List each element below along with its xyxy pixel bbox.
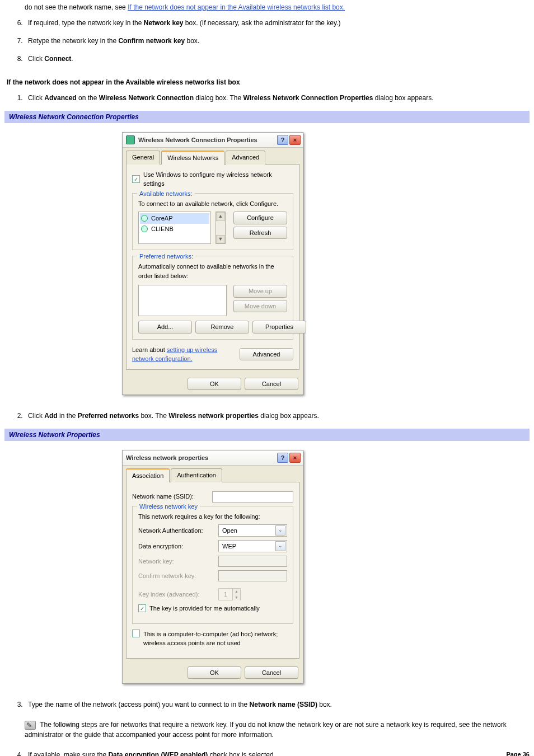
auth-combo[interactable]: Open ⌄ <box>218 524 287 537</box>
list-item[interactable]: CLIENB <box>140 224 209 234</box>
key-legend: Wireless network key <box>137 502 200 511</box>
available-text: To connect to an available network, clic… <box>138 199 287 209</box>
step-7: Retype the network key in the Confirm ne… <box>25 36 530 46</box>
ssid-label: Network name (SSID): <box>132 492 208 501</box>
auth-label: Network Authentication: <box>138 526 214 536</box>
note-text: The following steps are for networks tha… <box>25 721 507 739</box>
steps-list-b: Click Advanced on the Wireless Network C… <box>4 93 530 103</box>
spinner-down-icon: ▼ <box>232 595 240 601</box>
wireless-icon <box>141 226 148 232</box>
steps-list-c: Click Add in the Preferred networks box.… <box>4 411 530 421</box>
wireless-icon <box>141 215 148 222</box>
enc-combo[interactable]: WEP ⌄ <box>218 540 287 552</box>
ok-button[interactable]: OK <box>188 378 241 391</box>
network-key-input <box>218 556 287 567</box>
step-e4: If available, make sure the Data encrypt… <box>25 750 530 756</box>
tabstrip: Association Authentication <box>123 466 303 482</box>
preferred-listbox[interactable] <box>138 285 227 316</box>
step-c2: Click Add in the Preferred networks box.… <box>25 411 530 421</box>
available-legend: Available networks: <box>137 189 195 199</box>
caption-bar-2: Wireless Network Properties <box>4 429 530 441</box>
tab-authentication[interactable]: Authentication <box>171 468 222 482</box>
tab-general[interactable]: General <box>126 151 160 165</box>
cancel-button[interactable]: Cancel <box>245 378 298 391</box>
tab-wireless-networks[interactable]: Wireless Networks <box>161 151 224 165</box>
configure-button[interactable]: Configure <box>233 212 287 224</box>
ssid-input[interactable] <box>212 491 293 503</box>
available-listbox[interactable]: CoreAP CLIENB <box>138 212 211 244</box>
enc-label: Data encryption: <box>138 542 214 551</box>
preferred-networks-group: Preferred networks: Automatically connec… <box>132 256 293 340</box>
list-item[interactable]: CoreAP <box>140 213 209 224</box>
titlebar: Wireless Network Connection Properties ?… <box>123 133 303 148</box>
ok-button[interactable]: OK <box>188 666 241 679</box>
step-8: Click Connect. <box>25 54 530 64</box>
preferred-legend: Preferred networks: <box>137 252 195 261</box>
caption-bar-1: Wireless Network Connection Properties <box>4 111 530 123</box>
key-index-label: Key index (advanced): <box>138 590 214 599</box>
add-button[interactable]: Add... <box>138 321 192 334</box>
scroll-up-icon[interactable]: ▲ <box>216 212 225 221</box>
tab-association[interactable]: Association <box>126 468 170 482</box>
help-button[interactable]: ? <box>277 453 288 463</box>
refresh-button[interactable]: Refresh <box>233 227 287 240</box>
app-icon <box>126 135 135 144</box>
page-number: Page 36 <box>506 750 530 756</box>
preferred-text: Automatically connect to available netwo… <box>138 262 287 280</box>
tab-advanced[interactable]: Advanced <box>226 151 265 165</box>
move-down-button[interactable]: Move down <box>233 300 287 313</box>
intro-fragment: do not see the network name, see If the … <box>25 2 530 12</box>
help-button[interactable]: ? <box>277 135 288 145</box>
scrollbar[interactable]: ▲ ▼ <box>216 212 226 244</box>
note-block: The following steps are for networks tha… <box>25 720 509 740</box>
checkbox-label: Use Windows to configure my wireless net… <box>143 170 293 189</box>
available-networks-group: Available networks: To connect to an ava… <box>132 193 293 251</box>
key-text: This network requires a key for the foll… <box>138 512 287 522</box>
checkbox-label: The key is provided for me automatically <box>149 604 260 613</box>
advanced-button[interactable]: Advanced <box>240 348 293 361</box>
scroll-down-icon[interactable]: ▼ <box>216 235 225 244</box>
spinner-value: 1 <box>219 589 232 600</box>
cancel-button[interactable]: Cancel <box>245 666 298 679</box>
properties-button[interactable]: Properties <box>252 321 306 334</box>
network-key-label: Network key: <box>138 557 214 566</box>
use-windows-checkbox[interactable]: ✓ Use Windows to configure my wireless n… <box>132 170 293 189</box>
checkbox-icon: ✓ <box>132 175 140 183</box>
title-text: Wireless network properties <box>126 453 208 463</box>
step-6: If required, type the network key in the… <box>25 18 530 28</box>
confirm-key-label: Confirm network key: <box>138 571 214 581</box>
chevron-down-icon[interactable]: ⌄ <box>275 525 285 536</box>
checkbox-label: This is a computer-to-computer (ad hoc) … <box>143 630 289 648</box>
steps-list-a: If required, type the network key in the… <box>4 18 530 64</box>
step-d3: Type the name of the network (access poi… <box>25 699 530 710</box>
close-button[interactable]: × <box>289 135 301 145</box>
adhoc-checkbox[interactable]: ✓ This is a computer-to-computer (ad hoc… <box>132 630 293 648</box>
dialog-connection-properties: Wireless Network Connection Properties ?… <box>122 132 303 395</box>
combo-value: Open <box>222 526 237 536</box>
section-heading: If the network does not appear in the Av… <box>7 77 530 87</box>
combo-value: WEP <box>222 542 236 551</box>
dialog-network-properties: Wireless network properties ? × Associat… <box>122 450 303 684</box>
steps-list-e: If available, make sure the Data encrypt… <box>4 750 530 756</box>
steps-list-d: Type the name of the network (access poi… <box>4 699 530 710</box>
remove-button[interactable]: Remove <box>195 321 249 334</box>
tab-body: ✓ Use Windows to configure my wireless n… <box>126 164 299 370</box>
learn-about: Learn about setting up wireless network … <box>132 345 233 364</box>
chevron-down-icon[interactable]: ⌄ <box>275 541 285 551</box>
tab-body: Network name (SSID): Wireless network ke… <box>126 482 299 659</box>
key-auto-checkbox[interactable]: ✓ The key is provided for me automatical… <box>138 604 287 613</box>
intro-text: do not see the network name, see <box>25 3 128 11</box>
list-item-label: CoreAP <box>151 214 173 223</box>
checkbox-icon: ✓ <box>132 630 140 637</box>
close-button[interactable]: × <box>289 453 301 463</box>
intro-link[interactable]: If the network does not appear in the Av… <box>128 3 345 11</box>
note-icon <box>25 721 36 730</box>
confirm-key-input <box>218 570 287 581</box>
list-item-label: CLIENB <box>151 224 174 234</box>
checkbox-icon: ✓ <box>138 604 146 612</box>
title-text: Wireless Network Connection Properties <box>138 135 257 145</box>
wireless-key-group: Wireless network key This network requir… <box>132 506 293 624</box>
tabstrip: General Wireless Networks Advanced <box>123 148 303 164</box>
move-up-button[interactable]: Move up <box>233 285 287 298</box>
key-index-spinner: 1 ▲▼ <box>218 588 241 600</box>
